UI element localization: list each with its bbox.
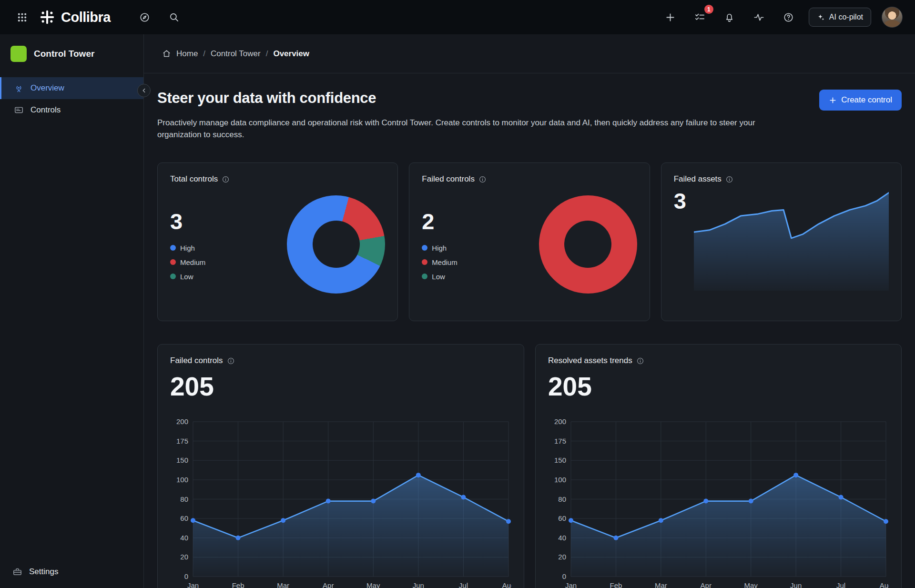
svg-text:60: 60 xyxy=(180,514,188,522)
sidebar-item-overview[interactable]: Overview xyxy=(0,77,143,99)
failed-assets-area-chart xyxy=(694,190,889,291)
svg-text:Jan: Jan xyxy=(565,581,577,588)
breadcrumb-current: Overview xyxy=(273,49,309,59)
bell-button[interactable] xyxy=(720,8,739,27)
kpi-row: Total controls 3 High xyxy=(157,162,902,321)
collibra-logo-icon xyxy=(38,8,56,26)
info-icon[interactable] xyxy=(227,357,235,365)
info-icon[interactable] xyxy=(478,175,487,183)
svg-text:200: 200 xyxy=(176,419,188,426)
compass-button[interactable] xyxy=(135,8,154,27)
resolved-assets-trend-value: 205 xyxy=(548,371,889,402)
legend-label: Low xyxy=(432,273,445,281)
failed-assets-value: 3 xyxy=(674,188,686,214)
search-button[interactable] xyxy=(165,8,184,27)
svg-text:40: 40 xyxy=(180,534,188,542)
info-icon[interactable] xyxy=(725,175,733,183)
svg-text:Jul: Jul xyxy=(459,581,468,588)
brand-name: Collibra xyxy=(61,10,111,25)
page-title: Steer your data with confidence xyxy=(157,90,376,107)
svg-text:Jun: Jun xyxy=(790,581,802,588)
svg-text:20: 20 xyxy=(558,553,566,561)
info-icon[interactable] xyxy=(636,357,644,365)
legend-dot-low xyxy=(170,274,176,279)
svg-text:175: 175 xyxy=(176,437,188,445)
chevron-left-icon xyxy=(141,87,147,94)
collibra-brand[interactable]: Collibra xyxy=(38,8,111,26)
create-control-label: Create control xyxy=(841,95,892,105)
legend: High Medium Low xyxy=(422,244,457,281)
create-control-button[interactable]: Create control xyxy=(819,90,902,111)
svg-text:100: 100 xyxy=(554,476,566,484)
activity-button[interactable] xyxy=(750,8,769,27)
failed-controls-card: Failed controls 2 High xyxy=(409,162,650,321)
app-grid-button[interactable] xyxy=(12,8,31,27)
legend-dot-low xyxy=(422,274,427,279)
breadcrumb-home[interactable]: Home xyxy=(176,49,198,59)
broadcast-icon xyxy=(14,83,24,93)
help-icon xyxy=(783,12,794,23)
monitor-icon xyxy=(14,105,24,115)
toolbox-icon xyxy=(12,567,22,577)
trend-row: Failed controls 205 02040608010015017520… xyxy=(157,344,902,588)
main-area: Home / Control Tower / Overview Steer yo… xyxy=(144,34,915,588)
settings-label: Settings xyxy=(29,567,58,577)
failed-controls-trend-card: Failed controls 205 02040608010015017520… xyxy=(157,344,524,588)
card-title: Total controls xyxy=(170,174,218,184)
topbar: Collibra xyxy=(0,0,915,34)
svg-text:200: 200 xyxy=(554,419,566,426)
ai-copilot-button[interactable]: AI co-pilot xyxy=(809,8,871,27)
total-controls-donut-chart xyxy=(287,195,385,294)
plus-icon xyxy=(829,96,837,104)
svg-text:Apr: Apr xyxy=(323,581,334,588)
notification-badge: 1 xyxy=(704,5,713,14)
total-controls-card: Total controls 3 High xyxy=(157,162,398,321)
sidebar-item-label: Overview xyxy=(30,83,64,93)
bell-icon xyxy=(724,12,735,23)
svg-text:80: 80 xyxy=(558,495,566,503)
svg-text:150: 150 xyxy=(176,456,188,465)
avatar[interactable] xyxy=(882,7,903,28)
svg-text:Aug: Aug xyxy=(880,581,889,588)
legend-label: Low xyxy=(180,273,193,281)
control-tower-app-icon xyxy=(10,46,27,62)
failed-controls-value: 2 xyxy=(422,208,457,234)
svg-text:0: 0 xyxy=(562,572,566,580)
legend-dot-medium xyxy=(422,259,427,265)
sidebar-nav: Overview Controls xyxy=(0,77,143,121)
legend-dot-high xyxy=(170,245,176,251)
card-title: Failed controls xyxy=(170,356,223,365)
svg-text:May: May xyxy=(366,581,380,588)
sidebar-item-settings[interactable]: Settings xyxy=(0,555,143,588)
resolved-assets-trend-card: Resolved assets trends 205 0204060801001… xyxy=(535,344,902,588)
svg-text:80: 80 xyxy=(180,495,188,503)
svg-text:175: 175 xyxy=(554,437,566,445)
help-button[interactable] xyxy=(779,8,798,27)
legend-dot-medium xyxy=(170,259,176,265)
app-body: Control Tower Overview xyxy=(0,34,915,588)
svg-text:Jan: Jan xyxy=(187,581,199,588)
page-description: Proactively manage data compliance and o… xyxy=(157,117,798,141)
sidebar-collapse-button[interactable] xyxy=(137,84,151,97)
legend: High Medium Low xyxy=(170,244,205,281)
app-title: Control Tower xyxy=(34,49,94,59)
svg-text:Apr: Apr xyxy=(701,581,712,588)
sidebar-item-controls[interactable]: Controls xyxy=(0,99,143,121)
failed-controls-donut-chart xyxy=(539,195,637,294)
legend-label: High xyxy=(180,244,195,252)
info-icon[interactable] xyxy=(222,175,230,183)
home-icon xyxy=(162,49,171,58)
svg-text:Jul: Jul xyxy=(836,581,845,588)
breadcrumb-separator: / xyxy=(203,49,205,59)
svg-text:40: 40 xyxy=(558,534,566,542)
add-button[interactable] xyxy=(661,8,680,27)
legend-label: High xyxy=(432,244,447,252)
breadcrumb-control-tower[interactable]: Control Tower xyxy=(211,49,261,59)
legend-dot-high xyxy=(422,245,427,251)
svg-text:May: May xyxy=(744,581,758,588)
compass-icon xyxy=(139,12,150,23)
tasks-icon xyxy=(694,12,705,23)
svg-text:0: 0 xyxy=(184,572,188,580)
svg-text:150: 150 xyxy=(554,456,566,465)
svg-text:60: 60 xyxy=(558,514,566,522)
